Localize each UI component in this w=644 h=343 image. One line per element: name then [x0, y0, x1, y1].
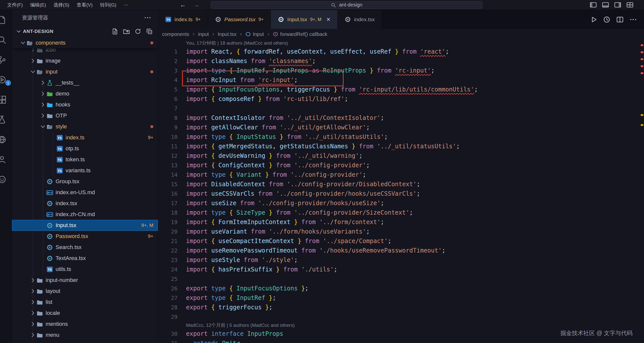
project-section-header[interactable]: ANT-DESIGN: [12, 26, 158, 38]
tree-item-utils.ts[interactable]: TSutils.ts: [12, 264, 158, 275]
split-editor-icon[interactable]: [616, 16, 624, 24]
tree-item-token.ts[interactable]: TStoken.ts: [12, 154, 158, 165]
tab-index.tsx[interactable]: index.tsx: [338, 10, 382, 29]
code-line-22[interactable]: 22import useRemovePasswordTimeout from '…: [158, 246, 644, 255]
tree-item-index.tsx[interactable]: index.tsx: [12, 198, 158, 209]
code-line-29[interactable]: 29: [158, 312, 644, 322]
tree-item-input-number[interactable]: input-number: [12, 275, 158, 286]
tree-item-Input.tsx[interactable]: Input.tsx9+, M: [12, 220, 158, 231]
tree-item-Search.tsx[interactable]: Search.tsx: [12, 242, 158, 253]
overview-ruler[interactable]: [640, 40, 644, 343]
tree-item-demo[interactable]: demo: [12, 88, 158, 99]
code-line-21[interactable]: 21import { useCompactItemContext } from …: [158, 236, 644, 246]
code-line-27[interactable]: 27export type { InputRef };: [158, 293, 644, 302]
breadcrumb-item-components[interactable]: components: [162, 32, 189, 37]
customize-layout-icon[interactable]: [626, 1, 634, 8]
more-icon[interactable]: [629, 16, 637, 24]
menu-overflow[interactable]: ⋯: [120, 0, 132, 10]
toggle-panel-icon[interactable]: [602, 1, 609, 8]
tab-Password.tsx[interactable]: Password.tsx9+: [208, 10, 271, 29]
new-folder-icon[interactable]: [123, 28, 130, 35]
code-editor[interactable]: You, 17分钟前 | 18 authors (MadCcc and othe…: [158, 40, 644, 343]
menu-编辑(E)[interactable]: 编辑(E): [26, 0, 50, 10]
codelens[interactable]: You, 17分钟前 | 18 authors (MadCcc and othe…: [158, 40, 644, 47]
activity-copilot[interactable]: [0, 170, 12, 190]
forward-button[interactable]: →: [194, 1, 200, 8]
tab-Input.tsx[interactable]: Input.tsx9+, M×: [271, 10, 338, 29]
code-line-7[interactable]: 7: [158, 104, 644, 113]
tree-item-TextArea.tsx[interactable]: TextArea.tsx: [12, 253, 158, 264]
code-line-28[interactable]: 28export { triggerFocus };: [158, 302, 644, 312]
activity-source-control[interactable]: [0, 50, 12, 70]
tree-item-components[interactable]: components: [12, 38, 158, 48]
code-line-2[interactable]: 2import classNames from 'classnames';: [158, 56, 644, 66]
tree-item-input[interactable]: input: [12, 66, 158, 77]
code-line-31[interactable]: 31 extends Omit<: [158, 338, 644, 343]
new-file-icon[interactable]: [112, 28, 118, 35]
tree-item-locale[interactable]: locale: [12, 308, 158, 318]
code-line-3[interactable]: 3import type { InputRef, InputProps as R…: [158, 66, 644, 75]
code-line-12[interactable]: 12import { devUseWarning } from '../_uti…: [158, 151, 644, 160]
menu-查看(V)[interactable]: 查看(V): [73, 0, 96, 10]
code-line-15[interactable]: 15import DisabledContext from '../config…: [158, 180, 644, 189]
tree-item-__tests__[interactable]: __tests__: [12, 77, 158, 88]
menu-选择(S)[interactable]: 选择(S): [50, 0, 73, 10]
collapse-all-icon[interactable]: [146, 28, 153, 35]
code-line-9[interactable]: 9import getAllowClear from '../_util/get…: [158, 123, 644, 132]
refresh-icon[interactable]: [134, 28, 141, 35]
code-line-4[interactable]: 4import RcInput from 'rc-input';: [158, 75, 644, 85]
code-line-25[interactable]: 25: [158, 274, 644, 284]
tree-item-Group.tsx[interactable]: Group.tsx: [12, 176, 158, 187]
breadcrumb-item-forwardRef() callback[interactable]: forwardRef() callback: [273, 32, 327, 37]
code-line-17[interactable]: 17import useSize from '../config-provide…: [158, 198, 644, 208]
code-line-6[interactable]: 6import { composeRef } from 'rc-util/lib…: [158, 94, 644, 104]
tree-item-otp.ts[interactable]: TSotp.ts: [12, 143, 158, 154]
menu-文件(F)[interactable]: 文件(F): [4, 0, 26, 10]
toggle-sidebar-icon[interactable]: [590, 1, 597, 8]
code-line-10[interactable]: 10import type { InputStatus } from '../_…: [158, 132, 644, 142]
code-line-1[interactable]: 1import React, { forwardRef, useContext,…: [158, 47, 644, 56]
toggle-secondary-sidebar-icon[interactable]: [614, 1, 621, 8]
code-line-23[interactable]: 23import useStyle from './style';: [158, 255, 644, 265]
run-icon[interactable]: [590, 16, 598, 24]
code-line-24[interactable]: 24import { hasPrefixSuffix } from './uti…: [158, 265, 644, 274]
history-icon[interactable]: [603, 16, 610, 24]
code-line-20[interactable]: 20import useVariant from '../form/hooks/…: [158, 227, 644, 236]
tree-item-index.ts[interactable]: TSindex.ts9+: [12, 132, 158, 143]
activity-account[interactable]: [0, 150, 12, 170]
code-line-16[interactable]: 16import useCSSVarCls from '../config-pr…: [158, 189, 644, 198]
tab-index.ts[interactable]: TSindex.ts9+: [158, 10, 208, 29]
code-line-26[interactable]: 26export type { InputFocusOptions };: [158, 284, 644, 293]
breadcrumb-item-input[interactable]: input: [198, 32, 209, 37]
tree-item-Password.tsx[interactable]: Password.tsx9+: [12, 231, 158, 242]
more-actions-icon[interactable]: [144, 14, 151, 22]
close-icon[interactable]: ×: [326, 16, 330, 23]
activity-search[interactable]: [0, 30, 12, 50]
menu-转到(G)[interactable]: 转到(G): [96, 0, 120, 10]
tree-item-hooks[interactable]: hooks: [12, 99, 158, 110]
codelens[interactable]: MadCcc, 12个月前 | 5 authors (MadCcc and ot…: [158, 322, 644, 329]
activity-testing[interactable]: [0, 110, 12, 130]
code-line-5[interactable]: 5import { InputFocusOptions, triggerFocu…: [158, 85, 644, 94]
code-line-8[interactable]: 8import ContextIsolator from '../_util/C…: [158, 113, 644, 123]
activity-debug[interactable]: 1: [0, 70, 12, 90]
tree-item-layout[interactable]: layout: [12, 286, 158, 297]
tree-item-style[interactable]: style: [12, 121, 158, 132]
activity-explorer[interactable]: [0, 10, 12, 30]
tree-item-index.zh-CN.md[interactable]: index.zh-CN.md: [12, 209, 158, 220]
activity-remote[interactable]: [0, 130, 12, 150]
code-line-13[interactable]: 13import { ConfigContext } from '../conf…: [158, 160, 644, 170]
code-line-19[interactable]: 19import { FormItemInputContext } from '…: [158, 217, 644, 227]
tree-item-OTP[interactable]: OTP: [12, 110, 158, 121]
back-button[interactable]: ←: [180, 1, 186, 8]
breadcrumb-item-Input.tsx[interactable]: Input.tsx: [218, 32, 236, 37]
code-line-11[interactable]: 11import { getMergedStatus, getStatusCla…: [158, 142, 644, 151]
tree-item-menu[interactable]: menu: [12, 330, 158, 340]
command-center-search[interactable]: ant-design: [211, 1, 482, 9]
tree-item-index.en-US.md[interactable]: index.en-US.md: [12, 187, 158, 198]
breadcrumb-item-Input[interactable]: Input: [245, 32, 264, 37]
code-line-18[interactable]: 18import type { SizeType } from '../conf…: [158, 208, 644, 217]
code-line-14[interactable]: 14import type { Variant } from '../confi…: [158, 170, 644, 180]
activity-extensions[interactable]: [0, 90, 12, 110]
tree-item-image[interactable]: image: [12, 55, 158, 66]
